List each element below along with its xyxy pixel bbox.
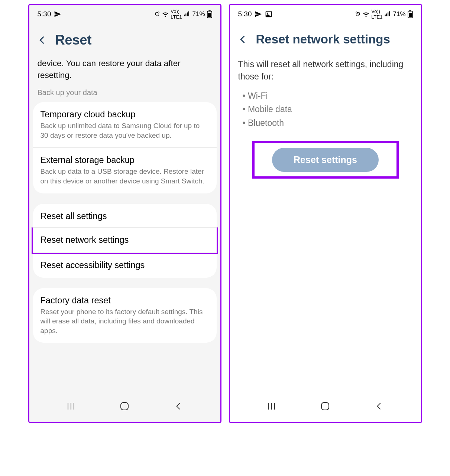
nav-back-button[interactable] bbox=[173, 401, 184, 412]
status-bar: 5:30 Vo))LTE1 71% bbox=[230, 5, 421, 23]
alarm-icon bbox=[154, 11, 160, 17]
chevron-left-icon bbox=[238, 34, 248, 45]
nav-recents-button[interactable] bbox=[65, 401, 77, 412]
network-description: This will reset all network settings, in… bbox=[230, 56, 421, 87]
battery-icon bbox=[408, 10, 413, 18]
gallery-icon bbox=[265, 10, 272, 18]
backup-card: Temporary cloud backup Back up unlimited… bbox=[33, 102, 217, 193]
volte-icon: Vo))LTE1 bbox=[371, 9, 382, 20]
wifi-icon bbox=[162, 11, 169, 17]
list-item-external-storage-backup[interactable]: External storage backup Back up data to … bbox=[33, 147, 217, 193]
navigation-bar bbox=[230, 392, 421, 422]
page-title: Reset bbox=[55, 32, 92, 48]
home-icon bbox=[120, 401, 129, 411]
status-time: 5:30 bbox=[38, 10, 51, 18]
home-icon bbox=[320, 401, 330, 411]
bullet-list: • Wi-Fi • Mobile data • Bluetooth bbox=[230, 87, 421, 141]
volte-icon: Vo))LTE1 bbox=[171, 9, 182, 20]
phone-screen-reset-network: 5:30 Vo))LTE1 71% Reset network settings… bbox=[229, 4, 422, 423]
bullet-wifi: • Wi-Fi bbox=[243, 89, 413, 103]
list-item-reset-accessibility-settings[interactable]: Reset accessibility settings bbox=[33, 252, 217, 278]
recents-icon bbox=[67, 402, 75, 410]
list-item-reset-network-settings[interactable]: Reset network settings bbox=[32, 227, 218, 254]
list-item-factory-data-reset[interactable]: Factory data reset Reset your phone to i… bbox=[33, 288, 217, 343]
signal-icon bbox=[184, 11, 190, 17]
status-bar: 5:30 Vo))LTE1 71% bbox=[29, 5, 220, 23]
battery-percent: 71% bbox=[192, 10, 205, 18]
svg-rect-10 bbox=[409, 13, 412, 17]
nav-recents-button[interactable] bbox=[266, 401, 277, 412]
page-title: Reset network settings bbox=[256, 32, 390, 46]
reset-settings-button[interactable]: Reset settings bbox=[272, 148, 379, 172]
back-button[interactable] bbox=[36, 34, 49, 46]
section-label-backup: Back up your data bbox=[29, 88, 220, 102]
send-icon bbox=[255, 10, 262, 18]
battery-percent: 71% bbox=[393, 10, 405, 18]
page-header: Reset bbox=[29, 23, 220, 58]
chevron-left-icon bbox=[37, 35, 48, 45]
factory-reset-card: Factory data reset Reset your phone to i… bbox=[33, 288, 217, 343]
svg-rect-6 bbox=[121, 402, 128, 410]
send-icon bbox=[54, 10, 61, 18]
alarm-icon bbox=[355, 11, 361, 17]
svg-rect-11 bbox=[409, 10, 411, 12]
svg-rect-1 bbox=[208, 13, 211, 17]
recents-icon bbox=[267, 402, 276, 410]
nav-home-button[interactable] bbox=[119, 401, 130, 412]
phone-screen-reset: 5:30 Vo))LTE1 71% Reset device. You can … bbox=[28, 4, 221, 423]
reset-button-highlight: Reset settings bbox=[252, 141, 399, 179]
list-item-reset-all-settings[interactable]: Reset all settings bbox=[33, 204, 217, 229]
list-item-temporary-cloud-backup[interactable]: Temporary cloud backup Back up unlimited… bbox=[33, 102, 217, 147]
nav-back-icon bbox=[375, 402, 383, 410]
nav-home-button[interactable] bbox=[320, 401, 331, 412]
reset-options-card: Reset all settings Reset network setting… bbox=[33, 204, 217, 278]
signal-icon bbox=[384, 11, 391, 17]
nav-back-button[interactable] bbox=[373, 401, 385, 412]
bullet-bluetooth: • Bluetooth bbox=[243, 116, 413, 130]
nav-back-icon bbox=[174, 402, 182, 410]
back-button[interactable] bbox=[237, 33, 249, 46]
status-time: 5:30 bbox=[238, 10, 252, 18]
intro-text: device. You can restore your data after … bbox=[29, 58, 220, 88]
svg-rect-2 bbox=[208, 10, 211, 12]
navigation-bar bbox=[29, 392, 220, 422]
wifi-icon bbox=[363, 11, 369, 17]
svg-point-8 bbox=[267, 13, 268, 14]
bullet-mobile-data: • Mobile data bbox=[243, 102, 413, 116]
page-header: Reset network settings bbox=[230, 23, 421, 56]
svg-rect-15 bbox=[321, 402, 329, 410]
battery-icon bbox=[207, 10, 212, 18]
